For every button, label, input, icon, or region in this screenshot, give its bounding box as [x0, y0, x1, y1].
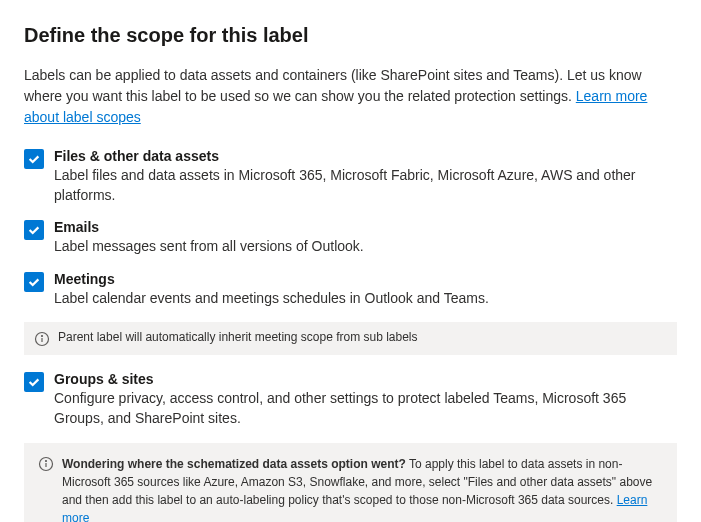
option-groups-title: Groups & sites [54, 371, 677, 387]
option-meetings-desc: Label calendar events and meetings sched… [54, 289, 677, 309]
info-bar-meeting: Parent label will automatically inherit … [24, 322, 677, 355]
info-icon [38, 456, 54, 472]
option-files-content: Files & other data assets Label files an… [54, 148, 677, 205]
checkbox-emails[interactable] [24, 220, 44, 240]
option-meetings-title: Meetings [54, 271, 677, 287]
svg-point-2 [42, 336, 43, 337]
option-emails-title: Emails [54, 219, 677, 235]
check-icon [27, 375, 41, 389]
page-title: Define the scope for this label [24, 24, 677, 47]
check-icon [27, 223, 41, 237]
checkbox-groups[interactable] [24, 372, 44, 392]
checkbox-files[interactable] [24, 149, 44, 169]
check-icon [27, 152, 41, 166]
option-meetings-content: Meetings Label calendar events and meeti… [54, 271, 677, 309]
option-emails-desc: Label messages sent from all versions of… [54, 237, 677, 257]
svg-point-5 [46, 460, 47, 461]
option-files-title: Files & other data assets [54, 148, 677, 164]
option-emails: Emails Label messages sent from all vers… [24, 219, 677, 257]
info-meeting-text: Parent label will automatically inherit … [58, 330, 667, 344]
option-meetings: Meetings Label calendar events and meeti… [24, 271, 677, 309]
intro-text: Labels can be applied to data assets and… [24, 67, 642, 104]
info-icon [34, 331, 50, 347]
option-groups: Groups & sites Configure privacy, access… [24, 371, 677, 428]
option-files-desc: Label files and data assets in Microsoft… [54, 166, 677, 205]
checkbox-meetings[interactable] [24, 272, 44, 292]
option-emails-content: Emails Label messages sent from all vers… [54, 219, 677, 257]
check-icon [27, 275, 41, 289]
option-groups-desc: Configure privacy, access control, and o… [54, 389, 677, 428]
info-bar-schematized: Wondering where the schematized data ass… [24, 443, 677, 522]
intro-paragraph: Labels can be applied to data assets and… [24, 65, 677, 128]
info-bottom-bold: Wondering where the schematized data ass… [62, 457, 406, 471]
option-files: Files & other data assets Label files an… [24, 148, 677, 205]
option-groups-content: Groups & sites Configure privacy, access… [54, 371, 677, 428]
info-schematized-text: Wondering where the schematized data ass… [62, 455, 663, 522]
